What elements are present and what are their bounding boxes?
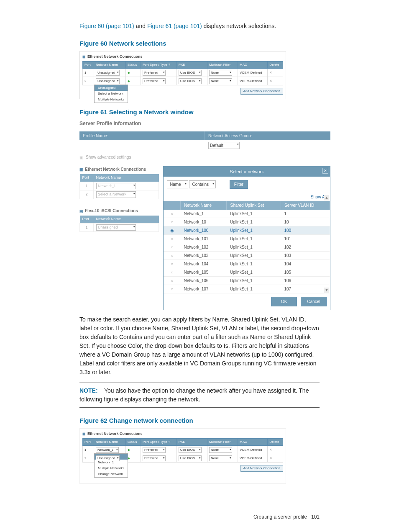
delete-icon[interactable] [269, 79, 272, 83]
nag-dropdown[interactable]: Default [208, 142, 240, 149]
col-delete: Delete [268, 439, 283, 446]
status-cell [125, 446, 141, 454]
delete-cell[interactable] [268, 454, 283, 463]
delete-icon[interactable] [269, 71, 272, 75]
shared-uplink-set-cell: UplinkSet_1 [227, 218, 281, 226]
table-row: 1 Network_1 Unassigned Network_1 Multipl… [83, 446, 283, 454]
pxe-dropdown[interactable]: Use BIOS [179, 70, 202, 76]
col-pxe: PXE [176, 439, 207, 446]
network-dropdown[interactable]: Network_1 [96, 183, 136, 190]
delete-cell[interactable] [268, 69, 283, 77]
dropdown-option[interactable]: Multiple Networks [95, 465, 128, 471]
pxe-cell[interactable]: Use BIOS [176, 446, 207, 454]
add-network-connection-button[interactable]: Add Network Connection [240, 88, 284, 95]
network-name-dropdown[interactable]: Unassigned [96, 70, 120, 76]
dropdown-option[interactable]: Change Network [95, 471, 128, 477]
speed-cell[interactable]: Preferred [141, 69, 176, 77]
radio-icon[interactable] [171, 253, 173, 258]
port-speed-dropdown[interactable]: Preferred [143, 447, 166, 453]
network-row[interactable]: Network_105UplinkSet_1105 [164, 268, 330, 277]
speed-cell[interactable]: Preferred [141, 446, 176, 454]
filter-cell[interactable]: None [207, 446, 238, 454]
network-row[interactable]: Network_107UplinkSet_1107 [164, 285, 330, 293]
speed-cell[interactable]: Preferred [141, 454, 176, 463]
radio-icon[interactable] [170, 228, 174, 233]
scroll-up-icon[interactable]: ▲ [324, 195, 329, 201]
shared-uplink-set-cell: UplinkSet_1 [227, 210, 281, 218]
port-speed-dropdown[interactable]: Preferred [143, 70, 166, 76]
filter-cell[interactable]: None [207, 454, 238, 463]
delete-icon[interactable] [269, 448, 272, 452]
profile-name-value[interactable] [79, 140, 205, 151]
radio-icon[interactable] [171, 278, 173, 283]
radio-icon[interactable] [171, 287, 173, 291]
multicast-dropdown[interactable]: None [209, 78, 232, 84]
table-row: 1 Unassigned [80, 223, 159, 232]
delete-cell[interactable] [268, 77, 283, 85]
intro-paragraph: Figure 60 (page 101) and Figure 61 (page… [25, 22, 374, 31]
radio-icon[interactable] [171, 211, 173, 216]
network-row[interactable]: Network_1UplinkSet_11 [164, 210, 330, 218]
dropdown-option[interactable]: Unassigned [95, 85, 128, 91]
network-name-cell: Network_104 [181, 260, 227, 268]
cancel-button[interactable]: Cancel [301, 297, 327, 306]
shared-uplink-set-cell: UplinkSet_1 [227, 235, 281, 243]
filter-button[interactable]: Filter [230, 180, 248, 189]
filter-operator-dropdown[interactable]: Contains [189, 180, 215, 188]
delete-icon[interactable] [269, 456, 272, 460]
show-advanced-settings[interactable]: Show advanced settings [79, 154, 330, 160]
network-name-dropdown[interactable]: Network_1 [96, 447, 119, 453]
network-row[interactable]: Network_104UplinkSet_1104 [164, 260, 330, 268]
network-name-dropdown[interactable]: Unassigned [96, 455, 120, 461]
network-row[interactable]: Network_10UplinkSet_110 [164, 218, 330, 226]
table-row: 1 Unassigned Preferred Use BIOS None VCE… [83, 69, 283, 77]
radio-icon[interactable] [171, 245, 173, 249]
link-fig61[interactable]: Figure 61 (page 101) [147, 23, 202, 29]
add-network-connection-button[interactable]: Add Network Connection [240, 465, 284, 472]
network-dropdown[interactable]: Select a Network [96, 191, 136, 198]
close-icon[interactable]: ✕ [322, 168, 328, 174]
ok-button[interactable]: OK [271, 297, 297, 306]
network-name-cell[interactable]: Network_1 Unassigned Network_1 Multiple … [94, 446, 126, 454]
network-access-group-value[interactable]: Default [205, 140, 330, 151]
port-speed-dropdown[interactable]: Preferred [143, 455, 166, 461]
network-name-dropdown-list[interactable]: Unassigned Select a Network Multiple Net… [94, 85, 128, 103]
filter-cell[interactable]: None [207, 77, 238, 85]
port-speed-dropdown[interactable]: Preferred [143, 78, 166, 84]
radio-icon[interactable] [171, 220, 173, 224]
radio-icon[interactable] [171, 270, 173, 275]
network-list-table: Network Name Shared Uplink Set Server VL… [164, 201, 330, 293]
network-dropdown[interactable]: Unassigned [96, 224, 136, 231]
pxe-dropdown[interactable]: Use BIOS [179, 78, 202, 84]
network-row[interactable]: Network_100UplinkSet_1100 [164, 226, 330, 235]
pxe-cell[interactable]: Use BIOS [176, 69, 207, 77]
dropdown-option[interactable]: Select a Network [95, 91, 128, 97]
dropdown-option[interactable]: Multiple Networks [95, 97, 128, 103]
delete-cell[interactable] [268, 446, 283, 454]
radio-icon[interactable] [171, 262, 173, 266]
pxe-cell[interactable]: Use BIOS [176, 77, 207, 85]
network-name-cell: Network_1 [181, 210, 227, 218]
network-name-cell[interactable]: Unassigned [94, 69, 126, 77]
pxe-dropdown[interactable]: Use BIOS [179, 447, 202, 453]
scroll-down-icon[interactable]: ▼ [324, 288, 329, 293]
filter-cell[interactable]: None [207, 69, 238, 77]
multicast-dropdown[interactable]: None [209, 447, 232, 453]
pxe-dropdown[interactable]: Use BIOS [179, 455, 202, 461]
filter-field-dropdown[interactable]: Name [167, 180, 188, 188]
network-name-cell[interactable]: Select a Network [94, 190, 159, 199]
radio-icon[interactable] [171, 236, 173, 241]
speed-cell[interactable]: Preferred [141, 77, 176, 85]
link-fig60[interactable]: Figure 60 (page 101) [79, 23, 134, 29]
multicast-dropdown[interactable]: None [209, 70, 232, 76]
network-name-cell[interactable]: Unassigned [94, 223, 159, 232]
network-name-dropdown[interactable]: Unassigned [96, 78, 120, 84]
network-row[interactable]: Network_101UplinkSet_1101 [164, 235, 330, 243]
pxe-cell[interactable]: Use BIOS [176, 454, 207, 463]
network-name-cell[interactable]: Unassigned Unassigned Select a Network M… [94, 77, 126, 85]
network-row[interactable]: Network_103UplinkSet_1103 [164, 252, 330, 260]
network-name-cell[interactable]: Network_1 [94, 182, 159, 190]
network-row[interactable]: Network_102UplinkSet_1102 [164, 243, 330, 252]
network-row[interactable]: Network_106UplinkSet_1106 [164, 277, 330, 285]
multicast-dropdown[interactable]: None [209, 455, 232, 461]
